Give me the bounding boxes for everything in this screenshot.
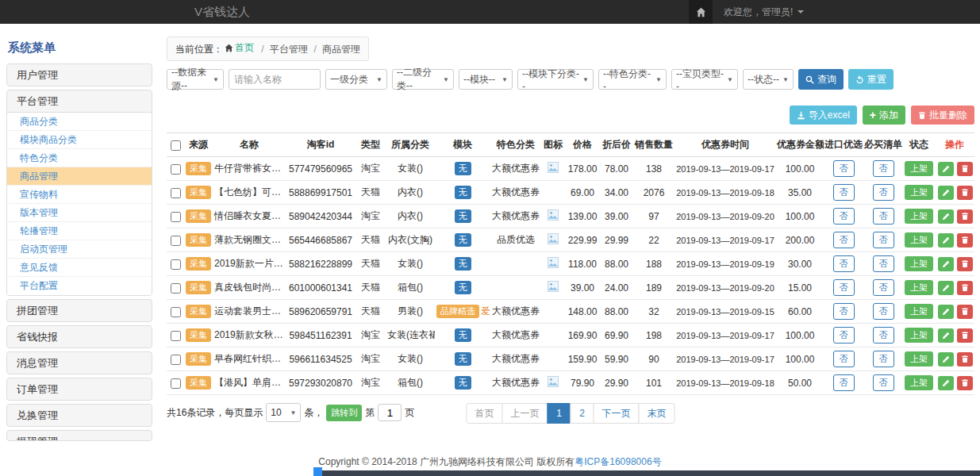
sidebar-item[interactable]: 版本管理	[7, 204, 152, 222]
filter-select-data_source[interactable]: --数据来源--▼	[167, 69, 224, 90]
must-buy-toggle[interactable]: 否	[873, 232, 894, 248]
import-select-toggle[interactable]: 否	[833, 351, 855, 367]
filter-input-name[interactable]	[229, 69, 321, 90]
cell-select[interactable]	[167, 347, 184, 371]
edit-button[interactable]	[938, 186, 954, 200]
batch-delete-button[interactable]: 批量删除	[911, 106, 974, 125]
edit-button[interactable]	[938, 305, 954, 319]
row-checkbox[interactable]	[171, 378, 181, 389]
row-checkbox[interactable]	[171, 355, 181, 365]
status-button[interactable]: 上架	[905, 328, 933, 343]
select-all-checkbox[interactable]	[171, 140, 181, 151]
cell-select[interactable]	[167, 324, 184, 347]
cell-select[interactable]	[167, 181, 184, 205]
delete-button[interactable]	[957, 257, 973, 271]
delete-button[interactable]	[957, 305, 973, 319]
sidebar-section-toggle[interactable]: 兑换管理	[7, 405, 152, 426]
cell-select[interactable]	[167, 157, 184, 181]
sidebar-section-toggle[interactable]: 订单管理	[7, 378, 152, 400]
page-button[interactable]: 1	[548, 403, 571, 424]
import-select-toggle[interactable]: 否	[833, 255, 855, 272]
sidebar-item[interactable]: 宣传物料	[7, 186, 152, 204]
sidebar-section-toggle[interactable]: 省钱快报	[7, 326, 152, 347]
must-buy-toggle[interactable]: 否	[873, 351, 894, 367]
must-buy-toggle[interactable]: 否	[873, 208, 894, 225]
must-buy-toggle[interactable]: 否	[873, 184, 894, 201]
topbar-home-button[interactable]	[689, 0, 713, 24]
breadcrumb-home-link[interactable]: 首页	[225, 41, 254, 55]
edit-button[interactable]	[938, 352, 954, 367]
row-checkbox[interactable]	[171, 188, 181, 198]
delete-button[interactable]	[957, 376, 973, 390]
status-button[interactable]: 上架	[905, 304, 933, 319]
edit-button[interactable]	[938, 281, 954, 295]
add-button[interactable]: + 添加	[863, 106, 905, 125]
row-checkbox[interactable]	[171, 307, 181, 317]
page-size-select[interactable]: 10▼	[266, 403, 301, 422]
status-button[interactable]: 上架	[905, 185, 933, 200]
row-checkbox[interactable]	[171, 236, 181, 246]
edit-button[interactable]	[938, 162, 954, 176]
cell-select[interactable]	[167, 228, 184, 252]
import-select-toggle[interactable]: 否	[833, 160, 855, 177]
filter-select-feature[interactable]: --特色分类--▼	[598, 69, 667, 90]
row-checkbox[interactable]	[171, 331, 181, 341]
import-select-toggle[interactable]: 否	[833, 279, 855, 296]
edit-button[interactable]	[938, 328, 954, 343]
page-button[interactable]: 下一页	[594, 403, 640, 424]
filter-select-item_type[interactable]: --宝贝类型--▼	[671, 69, 738, 90]
delete-button[interactable]	[957, 209, 973, 224]
edit-button[interactable]	[938, 376, 954, 390]
must-buy-toggle[interactable]: 否	[873, 303, 894, 320]
user-menu[interactable]: 欢迎您，管理员!	[724, 6, 804, 19]
cell-select[interactable]	[167, 371, 184, 395]
sidebar-item[interactable]: 启动页管理	[7, 240, 152, 259]
cell-select[interactable]	[167, 205, 184, 228]
delete-button[interactable]	[957, 162, 973, 176]
sidebar-section-toggle[interactable]: 拼团管理	[7, 300, 152, 321]
page-button[interactable]: 2	[571, 403, 594, 424]
status-button[interactable]: 上架	[905, 256, 933, 271]
sidebar-item[interactable]: 轮播管理	[7, 222, 152, 240]
sidebar-section-toggle[interactable]: 提现管理	[7, 431, 152, 441]
jump-button[interactable]: 跳转到	[326, 405, 362, 421]
page-number-input[interactable]	[378, 404, 402, 421]
sidebar-item[interactable]: 模块商品分类	[7, 131, 152, 149]
import-select-toggle[interactable]: 否	[833, 327, 855, 344]
sidebar-item[interactable]: 商品管理	[7, 167, 152, 186]
sidebar-item[interactable]: 特色分类	[7, 149, 152, 167]
status-button[interactable]: 上架	[905, 232, 933, 248]
cell-select[interactable]	[167, 276, 184, 300]
row-checkbox[interactable]	[171, 164, 181, 175]
row-checkbox[interactable]	[171, 283, 181, 294]
cell-select[interactable]	[167, 252, 184, 276]
sidebar-section-toggle[interactable]: 平台管理	[7, 90, 152, 112]
import-select-toggle[interactable]: 否	[833, 303, 855, 320]
status-button[interactable]: 上架	[905, 161, 933, 176]
sidebar-section-toggle[interactable]: 用户管理	[7, 64, 152, 86]
edit-button[interactable]	[938, 233, 954, 248]
sidebar-item[interactable]: 平台配置	[7, 277, 152, 295]
page-button[interactable]: 末页	[639, 403, 675, 424]
filter-select-module[interactable]: --模块--▼	[459, 69, 513, 90]
status-button[interactable]: 上架	[905, 209, 933, 224]
sidebar-section-toggle[interactable]: 消息管理	[7, 352, 152, 374]
filter-select-category1[interactable]: 一级分类▼	[325, 69, 387, 90]
status-button[interactable]: 上架	[905, 351, 933, 367]
must-buy-toggle[interactable]: 否	[873, 374, 894, 391]
filter-select-module_sub[interactable]: --模块下分类--▼	[517, 69, 594, 90]
filter-select-category2[interactable]: --二级分类--▼	[392, 69, 454, 90]
import-select-toggle[interactable]: 否	[833, 208, 855, 225]
status-button[interactable]: 上架	[905, 280, 933, 295]
must-buy-toggle[interactable]: 否	[873, 160, 894, 177]
icp-link[interactable]: 粤ICP备16098006号	[575, 456, 661, 467]
import-select-toggle[interactable]: 否	[833, 232, 855, 248]
sidebar-item[interactable]: 意见反馈	[7, 259, 152, 277]
search-button[interactable]: 查询	[798, 69, 844, 90]
must-buy-toggle[interactable]: 否	[873, 279, 894, 296]
edit-button[interactable]	[938, 209, 954, 224]
must-buy-toggle[interactable]: 否	[873, 255, 894, 272]
delete-button[interactable]	[957, 186, 973, 200]
filter-select-status[interactable]: --状态--▼	[743, 69, 794, 90]
delete-button[interactable]	[957, 233, 973, 248]
